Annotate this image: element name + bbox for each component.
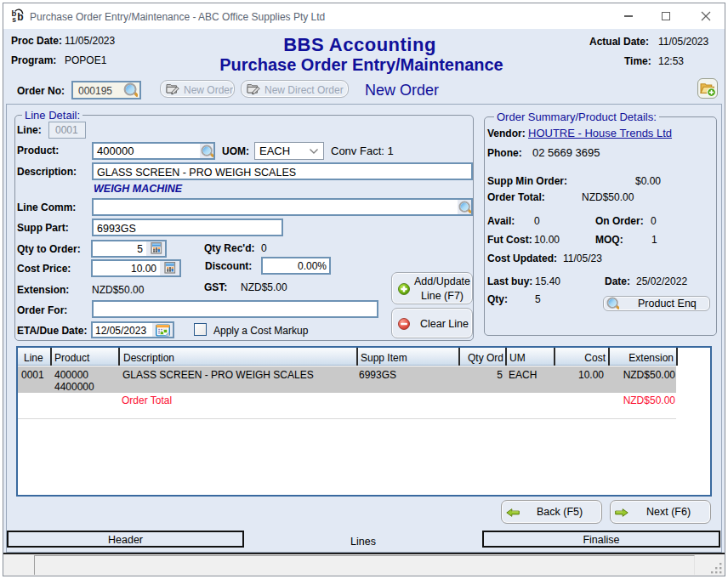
svg-text:b: b xyxy=(17,11,23,23)
svg-text:s: s xyxy=(12,15,16,24)
